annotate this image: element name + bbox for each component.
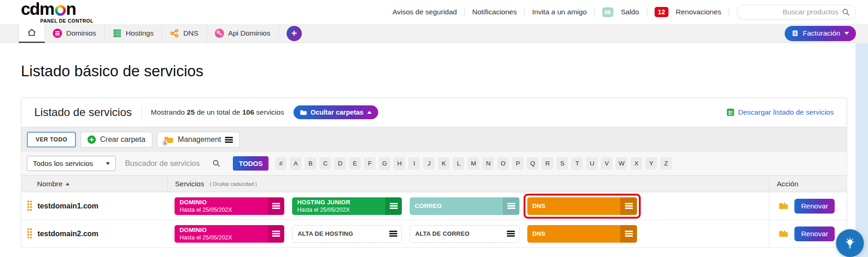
- divider: [464, 8, 465, 16]
- product-search-box[interactable]: [737, 5, 856, 20]
- chip-menu-button[interactable]: [268, 225, 284, 243]
- letter-filter-F[interactable]: F: [364, 157, 375, 170]
- folder-add-icon: [779, 230, 788, 238]
- link-avisos-seguridad[interactable]: Avisos de seguridad: [393, 8, 457, 16]
- menu-icon: [625, 231, 633, 237]
- create-folder-label: Crear carpeta: [100, 135, 145, 144]
- letter-filter-T[interactable]: T: [571, 157, 583, 170]
- column-header-servicios: Servicios ( Ocultar caducidad ): [167, 176, 769, 192]
- chip-menu-button[interactable]: [503, 197, 519, 215]
- letter-filter-J[interactable]: J: [423, 157, 435, 170]
- ocultar-caducidad-toggle[interactable]: ( Ocultar caducidad ): [210, 181, 257, 187]
- letter-filter-P[interactable]: P: [512, 157, 524, 170]
- service-search-input[interactable]: [125, 159, 208, 168]
- chip-menu-button[interactable]: [385, 226, 401, 242]
- letter-filter-D[interactable]: D: [334, 157, 346, 170]
- service-type-select[interactable]: Todos los servicios: [27, 156, 116, 171]
- letter-filter-K[interactable]: K: [438, 157, 450, 170]
- chip-menu-button[interactable]: [620, 197, 637, 215]
- column-header-nombre[interactable]: Nombre: [21, 180, 167, 188]
- management-folder-button[interactable]: 1 Management: [157, 132, 240, 147]
- drag-handle[interactable]: [27, 228, 32, 239]
- letter-filter-V[interactable]: V: [601, 157, 612, 170]
- hide-folders-button[interactable]: Ocultar carpetas: [293, 105, 378, 119]
- service-chip-alta-correo[interactable]: ALTA DE CORREO: [410, 225, 519, 243]
- letter-filter-W[interactable]: W: [616, 157, 627, 170]
- move-to-folder-button[interactable]: [779, 230, 788, 238]
- letter-filter-H[interactable]: H: [393, 157, 405, 170]
- home-icon: [27, 28, 37, 37]
- renew-button[interactable]: Renovar: [794, 226, 835, 241]
- menu-icon: [390, 203, 398, 209]
- letter-filter-#[interactable]: #: [275, 157, 287, 170]
- link-invita-amigo[interactable]: Invita a un amigo: [532, 8, 587, 16]
- logo-text-post: n: [66, 0, 76, 18]
- chip-body: HOSTING JUNIOR Hasta el 25/05/202X: [292, 197, 385, 215]
- add-service-button[interactable]: +: [287, 26, 302, 41]
- letter-filter-I[interactable]: I: [408, 157, 420, 170]
- ver-todo-button[interactable]: VER TODO: [27, 132, 76, 147]
- dns-icon: [170, 29, 179, 38]
- folder-menu-icon[interactable]: [225, 137, 233, 143]
- chevron-up-icon: [367, 111, 372, 114]
- product-search-input[interactable]: [743, 8, 838, 16]
- letter-filter-N[interactable]: N: [482, 157, 494, 170]
- letter-filter-S[interactable]: S: [556, 157, 568, 170]
- invoice-icon: [792, 30, 799, 37]
- link-saldo[interactable]: Saldo: [621, 8, 639, 16]
- letter-filter-C[interactable]: C: [319, 157, 331, 170]
- download-services-link[interactable]: Descargar listado de servicios: [726, 108, 834, 116]
- help-lightbulb-button[interactable]: [836, 229, 864, 257]
- search-icon[interactable]: [212, 159, 220, 167]
- letter-filter-L[interactable]: L: [453, 157, 464, 170]
- search-icon[interactable]: [842, 8, 850, 16]
- move-to-folder-button[interactable]: [779, 202, 788, 210]
- tab-hostings[interactable]: Hostings: [105, 24, 162, 43]
- tab-dominios[interactable]: Dominios: [45, 24, 105, 43]
- tab-home[interactable]: [19, 24, 45, 43]
- link-renovaciones[interactable]: Renovaciones: [676, 8, 721, 16]
- letter-filter-O[interactable]: O: [497, 157, 509, 170]
- showing-total: 106: [242, 108, 254, 116]
- service-chip-alta-hosting[interactable]: ALTA DE HOSTING: [292, 225, 402, 243]
- create-folder-button[interactable]: Crear carpeta: [81, 132, 152, 147]
- letter-filter-Z[interactable]: Z: [660, 157, 672, 170]
- letter-filter-R[interactable]: R: [542, 157, 553, 170]
- chip-menu-button[interactable]: [620, 225, 637, 243]
- tab-add[interactable]: +: [279, 24, 310, 43]
- service-search-box[interactable]: [122, 159, 226, 168]
- panel-header: Listado de servicios Mostrando 25 de un …: [21, 98, 847, 127]
- letter-filter-G[interactable]: G: [379, 157, 390, 170]
- service-chip-correo[interactable]: CORREO: [410, 197, 519, 215]
- letter-filter-A[interactable]: A: [290, 157, 301, 170]
- letter-filter-E[interactable]: E: [349, 157, 361, 170]
- tab-dns[interactable]: DNS: [162, 24, 207, 43]
- letter-filter-M[interactable]: M: [468, 157, 479, 170]
- service-chip-dominio[interactable]: DOMINIO Hasta el 25/05/202X: [175, 225, 284, 243]
- letter-filter-todos[interactable]: TODOS: [233, 156, 269, 171]
- chip-menu-button[interactable]: [502, 226, 519, 242]
- tab-api-dominios[interactable]: Api Dominios: [207, 24, 279, 43]
- letter-filter-Q[interactable]: Q: [527, 157, 538, 170]
- service-chip-dns[interactable]: DNS: [527, 197, 637, 215]
- service-chip-hosting[interactable]: HOSTING JUNIOR Hasta el 25/05/202X: [292, 197, 402, 215]
- chip-menu-button[interactable]: [385, 197, 402, 215]
- service-chip-dominio[interactable]: DOMINIO Hasta el 25/05/202X: [175, 197, 284, 215]
- letter-filter-X[interactable]: X: [631, 157, 642, 170]
- domain-name[interactable]: testdomain2.com: [37, 230, 99, 238]
- letter-filter-U[interactable]: U: [586, 157, 598, 170]
- api-key-icon: [215, 29, 224, 38]
- link-notificaciones[interactable]: Notificaciones: [472, 8, 517, 16]
- domain-name[interactable]: testdomain1.com: [37, 202, 99, 210]
- billing-button[interactable]: Facturación: [785, 26, 856, 41]
- cdmon-logo[interactable]: cdmn PANEL DE CONTROL: [21, 0, 94, 24]
- letter-filter-Y[interactable]: Y: [645, 157, 657, 170]
- renovaciones-count-badge: 12: [655, 7, 668, 17]
- top-bar: cdmn PANEL DE CONTROL Avisos de segurida…: [0, 0, 868, 24]
- service-chip-dns[interactable]: DNS: [527, 225, 637, 243]
- drag-handle[interactable]: [27, 201, 32, 211]
- renew-button[interactable]: Renovar: [794, 199, 835, 214]
- letter-filter-B[interactable]: B: [305, 157, 316, 170]
- row-name-cell: testdomain2.com: [21, 228, 167, 239]
- chip-menu-button[interactable]: [268, 197, 284, 215]
